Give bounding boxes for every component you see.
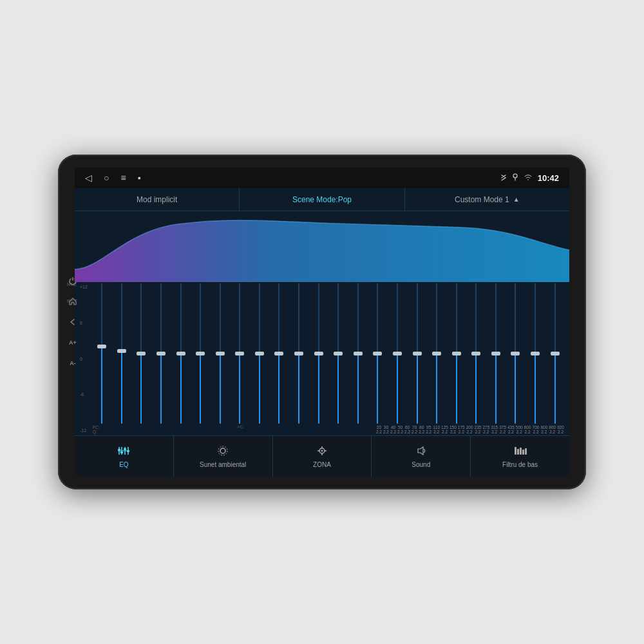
- side-buttons: A+ A-: [67, 275, 79, 369]
- slider-band-11[interactable]: [309, 283, 328, 424]
- slider-thumb-15[interactable]: [393, 352, 402, 355]
- slider-band-8[interactable]: [251, 283, 269, 424]
- slider-thumb-4[interactable]: [176, 352, 185, 355]
- slider-thumb-11[interactable]: [314, 352, 323, 355]
- slider-thumb-16[interactable]: [413, 352, 422, 355]
- slider-band-19[interactable]: [467, 283, 486, 424]
- slider-band-12[interactable]: [329, 283, 348, 424]
- svg-rect-22: [520, 448, 522, 455]
- slider-thumb-8[interactable]: [255, 352, 264, 355]
- slider-band-6[interactable]: [211, 283, 229, 424]
- nav-bass[interactable]: Filtru de bas: [471, 436, 569, 477]
- vol-up-button[interactable]: A+: [67, 337, 79, 348]
- slider-thumb-23[interactable]: [551, 352, 560, 355]
- slider-thumb-10[interactable]: [294, 352, 303, 355]
- bass-icon: [513, 445, 527, 459]
- slider-band-7[interactable]: [231, 283, 249, 424]
- scale-6: 6: [80, 321, 93, 325]
- slider-thumb-12[interactable]: [334, 352, 343, 355]
- slider-thumb-5[interactable]: [196, 352, 205, 355]
- nav-sound-label: Sound: [412, 461, 430, 468]
- mode-scene[interactable]: Scene Mode:Pop: [240, 188, 404, 211]
- slider-thumb-2[interactable]: [137, 352, 146, 355]
- home-nav-icon[interactable]: ○: [104, 173, 109, 183]
- freq-label-21: 8002.2: [540, 425, 547, 434]
- slider-band-9[interactable]: [270, 283, 289, 424]
- slider-band-17[interactable]: [428, 283, 446, 424]
- slider-band-5[interactable]: [191, 283, 210, 424]
- nav-zone[interactable]: ZONA: [273, 436, 372, 477]
- back-icon: [67, 316, 79, 328]
- nav-eq-label: EQ: [119, 461, 128, 468]
- nav-eq[interactable]: EQ: [75, 436, 174, 477]
- svg-rect-23: [522, 450, 524, 455]
- freq-label-23: 9202.2: [557, 425, 564, 434]
- slider-thumb-21[interactable]: [511, 352, 520, 355]
- freq-label-18: 5002.2: [516, 425, 523, 434]
- svg-rect-24: [525, 448, 527, 455]
- svg-rect-20: [515, 447, 516, 455]
- slider-thumb-18[interactable]: [452, 352, 461, 355]
- slider-band-14[interactable]: [368, 283, 387, 424]
- slider-thumb-6[interactable]: [216, 352, 225, 355]
- home-icon: [67, 296, 79, 307]
- freq-prefix-labels: FC:Q:: [93, 425, 106, 434]
- slider-thumb-7[interactable]: [235, 352, 244, 355]
- vol-down-button[interactable]: A-: [67, 357, 79, 369]
- slider-band-2[interactable]: [132, 283, 151, 424]
- slider-thumb-0[interactable]: [97, 345, 106, 348]
- nav-bass-label: Filtru de bas: [502, 461, 538, 468]
- slider-band-16[interactable]: [408, 283, 426, 424]
- eq-icon: [117, 445, 131, 459]
- slider-band-23[interactable]: [545, 283, 564, 424]
- eq-visualization: [75, 211, 569, 282]
- sound-icon: [414, 445, 428, 459]
- freq-label-12: 2002.2: [466, 425, 473, 434]
- slider-band-4[interactable]: [171, 283, 190, 424]
- slider-band-21[interactable]: [506, 283, 525, 424]
- freq-label-9: 1252.2: [441, 425, 448, 434]
- back-nav-icon[interactable]: ◁: [85, 173, 92, 183]
- slider-band-13[interactable]: [349, 283, 368, 424]
- freq-label-8: 1102.2: [433, 425, 440, 434]
- freq-label-0: 202.2: [376, 425, 382, 434]
- svg-rect-8: [124, 448, 126, 450]
- slider-thumb-20[interactable]: [491, 352, 500, 355]
- slider-band-0[interactable]: [93, 283, 111, 424]
- slider-thumb-9[interactable]: [274, 352, 283, 355]
- slider-band-22[interactable]: [526, 283, 545, 424]
- slider-band-10[interactable]: [290, 283, 308, 424]
- freq-label-22: 8602.2: [549, 425, 556, 434]
- slider-band-3[interactable]: [152, 283, 171, 424]
- triangle-icon: ▲: [513, 196, 520, 203]
- slider-band-18[interactable]: [447, 283, 466, 424]
- slider-thumb-3[interactable]: [156, 352, 166, 355]
- slider-thumb-17[interactable]: [432, 352, 441, 355]
- slider-thumb-19[interactable]: [471, 352, 480, 355]
- mode-custom[interactable]: Custom Mode 1 ▲: [405, 188, 569, 211]
- scale-0: 0: [80, 357, 93, 361]
- back-button[interactable]: [67, 316, 79, 328]
- slider-band-1[interactable]: [113, 283, 131, 424]
- freq-label-6: 802.2: [419, 425, 424, 434]
- location-icon: [512, 173, 518, 184]
- slider-band-20[interactable]: [487, 283, 506, 424]
- svg-marker-19: [418, 447, 423, 455]
- freq-label-20: 7002.2: [533, 425, 540, 434]
- nav-ambient[interactable]: Sunet ambiental: [174, 436, 273, 477]
- sliders-row: [93, 282, 564, 425]
- slider-thumb-22[interactable]: [531, 352, 540, 355]
- nav-sound[interactable]: Sound: [372, 436, 471, 477]
- nav-zone-label: ZONA: [313, 461, 331, 468]
- svg-rect-4: [118, 449, 120, 451]
- home-button[interactable]: [67, 296, 79, 307]
- slider-thumb-1[interactable]: [117, 349, 126, 353]
- square-nav-icon[interactable]: ▪: [138, 173, 141, 183]
- slider-thumb-13[interactable]: [354, 352, 363, 355]
- scale-minus12: -12: [80, 428, 93, 433]
- eq-sliders-area: +12 6 0 -6 -12 FC:Q:FC: 202.2302.2402.25…: [75, 282, 569, 435]
- slider-thumb-14[interactable]: [373, 352, 382, 355]
- menu-nav-icon[interactable]: ≡: [120, 173, 126, 183]
- slider-band-15[interactable]: [388, 283, 407, 424]
- mode-default[interactable]: Mod implicit: [75, 188, 240, 211]
